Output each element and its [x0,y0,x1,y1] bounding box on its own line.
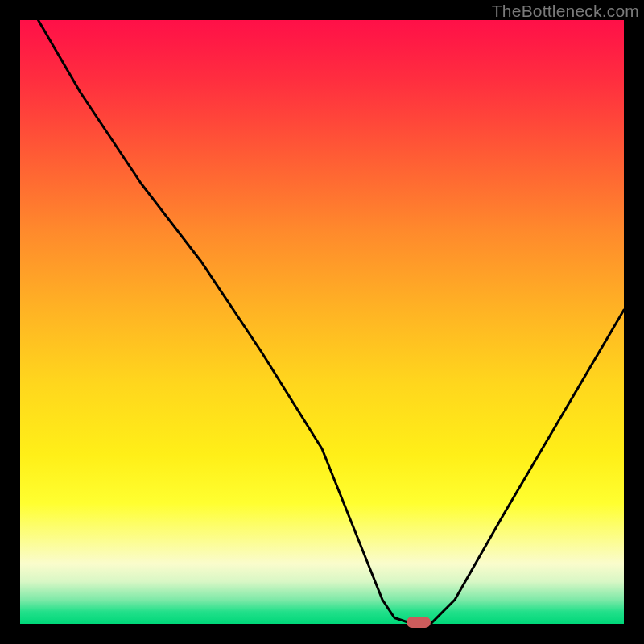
watermark-text: TheBottleneck.com [492,2,639,21]
optimal-marker [407,617,431,628]
chart-frame: TheBottleneck.com [0,0,644,644]
plot-area [20,20,624,624]
bottleneck-curve [20,20,624,624]
